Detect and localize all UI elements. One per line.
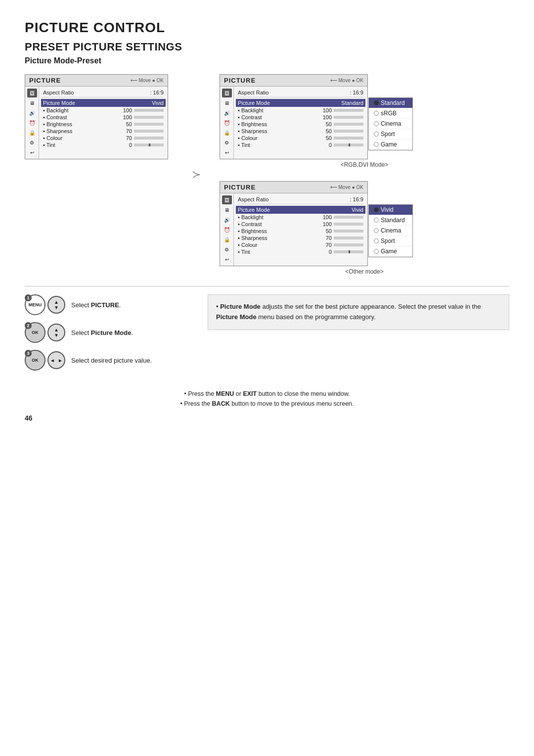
menu-item-value: 100 [118,107,132,113]
menu-item-label: • Contrast [43,114,118,120]
menu-item-label: • Backlight [238,107,318,113]
menu-item-value: 100 [318,214,332,220]
step-2: 2 OK ▲ ▼ Select Picture Mode. [25,322,193,343]
rgb-menu-icon-display: 🖥 [222,98,232,107]
menu-item-row: • Sharpness70 [43,128,164,135]
other-menu-icon-lock: 🔒 [222,235,232,244]
menu-item-value: 50 [318,228,332,234]
menu-item-value: 70 [118,135,132,141]
other-dp-vivid[interactable]: Vivid [369,205,412,215]
other-mode-value: Vivid [352,207,363,213]
menu-item-label: • Brightness [238,228,318,234]
other-dp-sport-radio [374,238,379,243]
dp-standard-radio [374,100,379,105]
dp-srgb[interactable]: sRGB [369,108,412,119]
note-2: • Press the BACK button to move to the p… [180,400,354,407]
menu-item-row: • Tint0 [238,142,363,148]
notes-section: • Press the MENU or EXIT button to close… [25,390,509,407]
menu-icon-option: ⚙ [27,138,37,147]
menu-item-row: • Tint0 [238,248,363,255]
menu-item-row: • Brightness50 [43,121,164,128]
menu-item-value: 0 [318,142,332,148]
other-dp-game-radio [374,249,379,254]
ok-btn-label-2: OK [32,330,39,335]
nav-button-1[interactable]: ▲ ▼ [47,296,65,314]
dp-cinema[interactable]: Cinema [369,119,412,129]
menu-icon-input: ↩ [27,148,37,157]
dp-cinema-label: Cinema [381,120,401,127]
step-1-num: 1 [25,294,32,301]
dp-standard[interactable]: Standard [369,98,412,108]
dp-sport-radio [374,132,379,137]
other-dp-sport-label: Sport [381,237,395,244]
dp-game-radio [374,142,379,147]
menu-item-row: • Sharpness50 [238,128,363,135]
menu-item-label: • Sharpness [43,128,118,134]
menu-title-other: PICTURE [224,184,256,191]
other-menu-icon-audio: 🔊 [222,215,232,224]
dp-sport[interactable]: Sport [369,129,412,140]
menu-button[interactable]: 1 MENU [25,294,45,315]
aspect-value: : 16:9 [150,90,164,95]
rgb-dropdown: Standard sRGB Cinema [368,97,413,150]
section-title: Picture Mode-Preset [25,56,509,65]
menu-item-label: • Contrast [238,114,318,120]
dp-srgb-radio [374,111,379,116]
menu-item-bar [334,216,363,219]
menu-item-bar [334,109,363,112]
nav-button-2[interactable]: ▲ ▼ [47,324,65,341]
menu-icon-display: 🖥 [27,98,37,107]
menu-item-label: • Tint [238,142,318,148]
menu-item-value: 100 [318,221,332,227]
menu-item-bar [334,243,363,246]
menu-title-rgb: PICTURE [224,77,256,84]
other-menu-icon-option: ⚙ [222,245,232,254]
mode-value: Vivid [152,100,164,106]
other-dp-sport[interactable]: Sport [369,236,412,246]
menu-item-value: 100 [318,107,332,113]
other-dp-standard-radio [374,218,379,223]
nav-button-3[interactable]: ◄ ► [47,351,65,369]
menu-item-row: • Contrast100 [238,221,363,228]
rgb-menu-icon-option: ⚙ [222,138,232,147]
menu-item-bar [334,230,363,233]
rgb-mode-row: Picture Mode Standard [236,99,365,107]
menu-item-label: • Tint [43,142,118,148]
rgb-menu-icon-input: ↩ [222,148,232,157]
nav-up-icon-2: ▲ [54,327,59,332]
other-dp-game[interactable]: Game [369,246,412,257]
other-mode-row: Picture Mode Vivid [236,206,365,214]
ok-button-3[interactable]: 3 OK [25,350,45,371]
step-2-icons: 2 OK ▲ ▼ [25,322,65,343]
menu-item-row: • Colour70 [238,241,363,248]
nav-down-icon: ▼ [54,305,59,310]
section-divider [25,286,509,286]
menu-item-label: • Tint [238,249,318,255]
step-2-num: 2 [25,322,32,329]
rgb-aspect-row: Aspect Ratio : 16:9 [238,89,363,97]
menu-item-label: • Brightness [238,121,318,127]
dp-game[interactable]: Game [369,140,412,150]
other-dp-standard[interactable]: Standard [369,215,412,226]
ok-button-2[interactable]: 2 OK [25,322,45,343]
picture-menu-rgb: PICTURE ⟵ Move ● OK 🖼 🖥 🔊 ⏰ 🔒 ⚙ ↩ [220,74,368,159]
other-menu-items: • Backlight100• Contrast100• Brightness5… [238,214,363,255]
menu-item-row: • Tint0 [43,142,164,148]
other-caption: <Other mode> [220,268,509,275]
menu-item-label: • Contrast [238,221,318,227]
step-3-num: 3 [25,350,32,357]
rgb-menu-icon-time: ⏰ [222,118,232,127]
nav-up-icon: ▲ [54,299,59,305]
menu-item-row: • Colour70 [43,135,164,142]
other-dp-cinema[interactable]: Cinema [369,226,412,236]
step-2-label: Select Picture Mode. [71,329,133,336]
aspect-ratio-row: Aspect Ratio : 16:9 [43,89,164,97]
dp-cinema-radio [374,121,379,126]
rgb-aspect-value: : 16:9 [350,90,363,95]
aspect-label: Aspect Ratio [43,90,74,95]
menu-icon-time: ⏰ [27,118,37,127]
menu-item-value: 50 [318,128,332,134]
info-box: • Picture Mode adjusts the set for the b… [208,294,509,330]
rgb-menu-icon-picture: 🖼 [222,89,232,97]
rgb-aspect-label: Aspect Ratio [238,90,268,95]
